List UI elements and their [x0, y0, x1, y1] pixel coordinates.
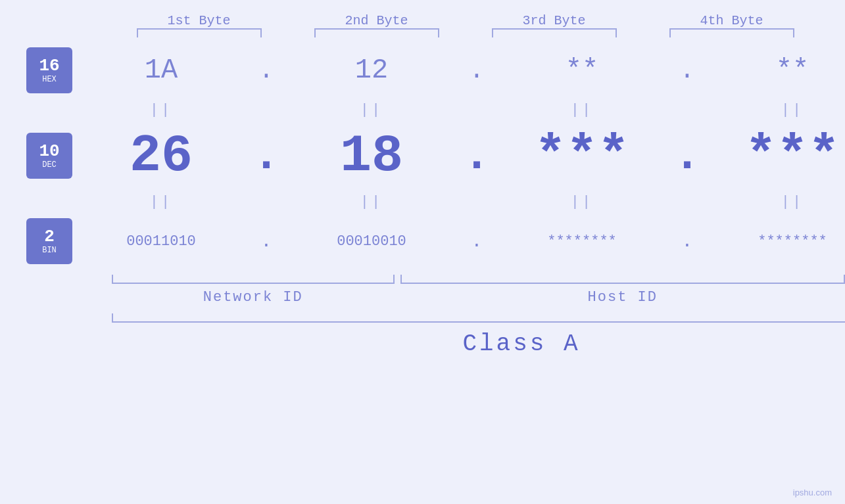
b3-bin-cell: ********	[493, 233, 671, 250]
network-id-label: Network ID	[112, 289, 395, 306]
dec-number: 10	[39, 142, 59, 161]
header-row: 1st Byte 2nd Byte 3rd Byte 4th Byte	[0, 13, 845, 28]
bracket-top-line-1	[137, 28, 262, 37]
dot-bin-1: .	[250, 215, 283, 267]
b4-bin-value: ********	[758, 233, 827, 250]
bracket-top-1	[110, 28, 288, 37]
b1-eq2: ||	[150, 189, 172, 215]
class-label-row: Class A	[112, 331, 845, 357]
bin-name: BIN	[42, 246, 57, 255]
bracket-top-2	[288, 28, 466, 37]
hex-badge: 16 HEX	[26, 47, 72, 93]
dot-hex-3: .	[671, 44, 704, 97]
b4-bin-cell: ********	[704, 233, 845, 250]
dec-badge: 10 DEC	[26, 133, 72, 179]
b3-eq1: ||	[571, 97, 593, 123]
class-section: Class A	[0, 313, 845, 357]
dot-bin-3: .	[671, 215, 704, 267]
eq-badge-spacer-1	[26, 100, 72, 126]
dec-data-row: 26 . 18 . *** . ***	[72, 123, 845, 189]
dot-bin-icon-2: .	[471, 215, 483, 267]
hex-name: HEX	[42, 75, 57, 84]
dot-dec-3: .	[671, 123, 704, 189]
b2-eq2: ||	[360, 189, 383, 215]
id-label-spacer	[395, 289, 400, 306]
b4-hex-cell: **	[704, 55, 845, 86]
b1-dec-value: 26	[130, 126, 193, 186]
b2-eq1: ||	[360, 97, 383, 123]
dot-bin-icon-1: .	[261, 215, 272, 267]
b1-hex-value: 1A	[145, 55, 178, 86]
bracket-spacer	[395, 275, 400, 284]
b3-dec-value: ***	[535, 126, 629, 186]
col2-label: 2nd Byte	[288, 13, 466, 28]
b4-dec-value: ***	[745, 126, 840, 186]
bottom-brackets-area: Network ID Host ID	[0, 275, 845, 306]
hex-data-row: 1A . 12 . ** . **	[72, 44, 845, 97]
dot-dec-icon-1: .	[253, 123, 280, 189]
main-container: 1st Byte 2nd Byte 3rd Byte 4th Byte 16 H…	[0, 0, 845, 504]
bracket-top-line-4	[669, 28, 794, 37]
b1-eq1: ||	[150, 97, 172, 123]
dot-bin-icon-3: .	[682, 215, 693, 267]
bin-data-row: 00011010 . 00010010 . ******** .	[72, 215, 845, 267]
b3-eq2: ||	[571, 189, 593, 215]
b2-hex-cell: 12	[283, 55, 460, 86]
network-id-bracket	[112, 275, 395, 284]
b1-hex-cell: 1A	[72, 55, 250, 86]
col4-label: 4th Byte	[643, 13, 821, 28]
b4-eq1: ||	[781, 97, 804, 123]
bracket-top-line-2	[314, 28, 439, 37]
dot-dec-2: .	[460, 123, 493, 189]
col1-label: 1st Byte	[110, 13, 288, 28]
b3-eq1-cell: ||	[493, 97, 671, 123]
eq-row-1: || || || ||	[72, 97, 845, 123]
dot-hex-icon-1: .	[259, 44, 274, 97]
b4-eq1-cell: ||	[704, 97, 845, 123]
b4-eq2: ||	[781, 189, 804, 215]
eq-row-2: || || || ||	[72, 189, 845, 215]
b1-eq2-cell: ||	[72, 189, 250, 215]
rows-wrapper: 16 HEX 10 DEC 2 BIN	[0, 44, 845, 271]
b4-hex-value: **	[776, 55, 809, 86]
b1-bin-value: 00011010	[126, 233, 196, 250]
dot-hex-2: .	[460, 44, 493, 97]
b3-dec-cell: ***	[493, 126, 671, 186]
dec-name: DEC	[42, 160, 57, 170]
id-label-row: Network ID Host ID	[112, 289, 845, 306]
bracket-top-4	[643, 28, 821, 37]
b3-bin-value: ********	[547, 233, 617, 250]
dot-dec-icon-3: .	[673, 123, 701, 189]
b1-dec-cell: 26	[72, 126, 250, 186]
b3-eq2-cell: ||	[493, 189, 671, 215]
bracket-top-3	[466, 28, 643, 37]
b2-eq1-cell: ||	[283, 97, 460, 123]
dec-badge-row: 10 DEC	[26, 126, 72, 192]
hex-badge-row: 16 HEX	[26, 47, 72, 100]
host-id-bracket	[400, 275, 845, 284]
eq-badge-spacer-2	[26, 192, 72, 218]
hex-number: 16	[39, 57, 59, 76]
b1-bin-cell: 00011010	[72, 233, 250, 250]
bin-badge: 2 BIN	[26, 218, 72, 264]
dot-hex-icon-2: .	[470, 44, 485, 97]
b4-dec-cell: ***	[704, 126, 845, 186]
bin-badge-row: 2 BIN	[26, 218, 72, 271]
b2-bin-value: 00010010	[337, 233, 406, 250]
col3-label: 3rd Byte	[466, 13, 643, 28]
host-id-label: Host ID	[400, 289, 845, 306]
dot-bin-2: .	[460, 215, 493, 267]
bracket-top-line-3	[492, 28, 617, 37]
b3-hex-cell: **	[493, 55, 671, 86]
b2-dec-value: 18	[340, 126, 403, 186]
b2-eq2-cell: ||	[283, 189, 460, 215]
b1-eq1-cell: ||	[72, 97, 250, 123]
bin-number: 2	[44, 227, 55, 246]
class-a-label: Class A	[462, 331, 580, 357]
dot-hex-1: .	[250, 44, 283, 97]
b3-hex-value: **	[566, 55, 598, 86]
b4-eq2-cell: ||	[704, 189, 845, 215]
b2-hex-value: 12	[355, 55, 388, 86]
dot-dec-1: .	[250, 123, 283, 189]
bottom-bracket-row	[112, 275, 845, 284]
